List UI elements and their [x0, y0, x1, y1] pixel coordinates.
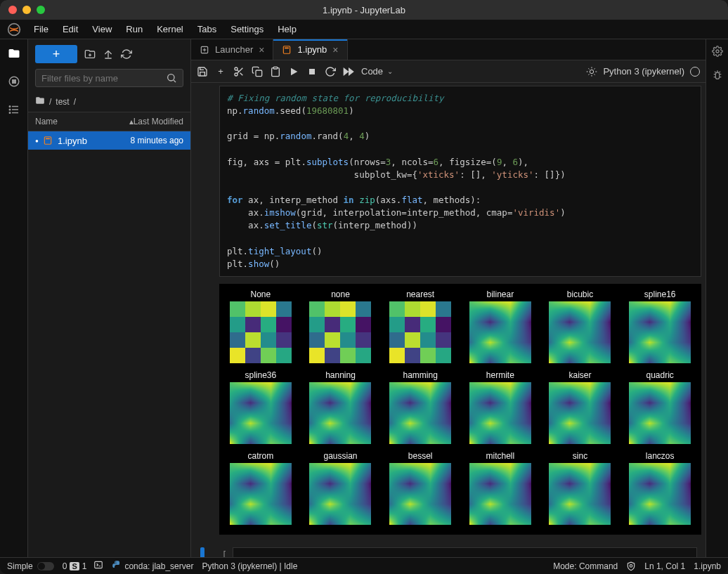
code-cell[interactable]: # Fixing random state for reproducibilit…: [191, 83, 706, 280]
tab-bar: Launcher×1.ipynb×: [191, 39, 706, 60]
simple-mode-toggle[interactable]: [37, 562, 54, 570]
subplot-title: bicubic: [567, 289, 593, 299]
breadcrumb-sep: /: [74, 97, 76, 107]
menu-kernel[interactable]: Kernel: [151, 21, 189, 37]
subplot-canvas: [629, 463, 691, 525]
subplot-canvas: [230, 382, 292, 444]
running-indicator-icon: ●: [35, 138, 42, 144]
file-row[interactable]: ●1.ipynb8 minutes ago: [28, 131, 190, 150]
kernel-bug-icon[interactable]: [586, 66, 597, 77]
subplot: bicubic: [543, 289, 618, 363]
new-launcher-button[interactable]: +: [35, 45, 77, 63]
tab-label: Launcher: [215, 44, 253, 55]
subplot-title: gaussian: [323, 451, 357, 461]
subplot: spline36: [223, 370, 298, 444]
subplot-canvas: [309, 382, 371, 444]
file-list-header[interactable]: Name ▴ Last Modified: [28, 112, 190, 131]
subplot: spline16: [623, 289, 697, 363]
file-browser-tab-icon[interactable]: [7, 46, 21, 60]
restart-icon[interactable]: [325, 66, 336, 77]
svg-point-36: [630, 565, 633, 568]
svg-point-6: [9, 106, 11, 107]
syntax-badge[interactable]: S: [70, 562, 79, 570]
menu-settings[interactable]: Settings: [225, 21, 269, 37]
empty-code-cell[interactable]: [ ]:: [191, 547, 701, 557]
subplot-title: mitchell: [486, 451, 514, 461]
menu-run[interactable]: Run: [120, 21, 148, 37]
tab-label: 1.ipynb: [297, 44, 327, 55]
upload-icon[interactable]: [103, 48, 114, 60]
close-icon[interactable]: ×: [259, 44, 264, 56]
debugger-icon[interactable]: [711, 69, 724, 81]
subplot-title: spline36: [245, 370, 276, 380]
property-inspector-icon[interactable]: [711, 45, 724, 58]
subplot-canvas: [549, 382, 611, 444]
svg-point-7: [9, 109, 11, 110]
svg-line-24: [237, 70, 239, 72]
subplot: hermite: [463, 370, 538, 444]
menu-file[interactable]: File: [28, 21, 54, 37]
svg-point-11: [168, 74, 174, 81]
menu-help[interactable]: Help: [272, 21, 302, 37]
menubar: FileEditViewRunKernelTabsSettingsHelp: [0, 20, 728, 39]
menu-view[interactable]: View: [86, 21, 117, 37]
code-editor[interactable]: # Fixing random state for reproducibilit…: [219, 86, 701, 277]
new-folder-icon[interactable]: [84, 48, 96, 60]
run-cell-icon[interactable]: [288, 66, 299, 77]
cell-type-select[interactable]: Code: [361, 66, 383, 77]
subplot-canvas: [230, 463, 292, 525]
jupyter-logo-icon[interactable]: [6, 21, 22, 38]
subplot-title: quadric: [646, 370, 673, 380]
file-filter-input[interactable]: [41, 73, 166, 84]
subplot: lanczos: [623, 451, 697, 525]
paste-icon[interactable]: [270, 66, 281, 77]
active-file[interactable]: 1.ipynb: [694, 561, 721, 571]
menu-tabs[interactable]: Tabs: [192, 21, 222, 37]
svg-point-31: [590, 70, 594, 73]
subplot: kaiser: [543, 370, 618, 444]
refresh-icon[interactable]: [121, 48, 132, 60]
code-editor-empty[interactable]: [233, 547, 697, 557]
breadcrumb-segment[interactable]: test: [56, 97, 69, 107]
breadcrumb[interactable]: / test /: [28, 91, 190, 112]
tab-1-ipynb[interactable]: 1.ipynb×: [273, 39, 347, 60]
input-prompt: [ ]:: [212, 547, 233, 557]
kernel-name[interactable]: Python 3 (ipykernel): [603, 66, 684, 77]
notebook-file-icon: [42, 135, 53, 146]
menu-edit[interactable]: Edit: [57, 21, 84, 37]
tab-launcher[interactable]: Launcher×: [191, 39, 273, 60]
cursor-position[interactable]: Ln 1, Col 1: [644, 561, 685, 571]
save-icon[interactable]: [197, 66, 208, 77]
subplot: bilinear: [463, 289, 538, 363]
mode-indicator[interactable]: Mode: Command: [553, 561, 618, 571]
subplot: sinc: [543, 451, 618, 525]
running-tab-icon[interactable]: [7, 74, 21, 89]
subplot-canvas: [469, 301, 531, 363]
cut-icon[interactable]: [233, 66, 245, 77]
terminal-icon[interactable]: [93, 560, 103, 572]
toc-tab-icon[interactable]: [7, 103, 21, 117]
close-icon[interactable]: ×: [332, 44, 338, 56]
activity-bar: [0, 39, 28, 557]
subplot: None: [223, 289, 298, 363]
svg-line-23: [240, 72, 243, 75]
svg-marker-29: [349, 68, 353, 74]
copy-icon[interactable]: [252, 66, 263, 77]
python-icon: [112, 560, 122, 572]
trust-icon[interactable]: [626, 561, 636, 571]
file-modified: 8 minutes ago: [131, 136, 183, 145]
simple-label: Simple: [7, 561, 33, 571]
file-browser-panel: + / test / Name ▴ Last Modified ●1.ipynb…: [28, 39, 191, 557]
search-icon: [166, 72, 177, 84]
svg-rect-28: [309, 69, 315, 74]
kernel-status[interactable]: Python 3 (ipykernel) | Idle: [202, 561, 297, 571]
plus-square-icon: [200, 45, 209, 55]
svg-rect-13: [44, 137, 51, 145]
subplot-title: bilinear: [486, 289, 514, 299]
file-name: 1.ipynb: [58, 136, 131, 146]
restart-run-all-icon[interactable]: [343, 66, 354, 77]
conda-env[interactable]: conda: jlab_server: [124, 561, 193, 571]
add-cell-icon[interactable]: +: [215, 66, 226, 77]
subplot-canvas: [389, 301, 451, 363]
interrupt-icon[interactable]: [306, 66, 318, 77]
